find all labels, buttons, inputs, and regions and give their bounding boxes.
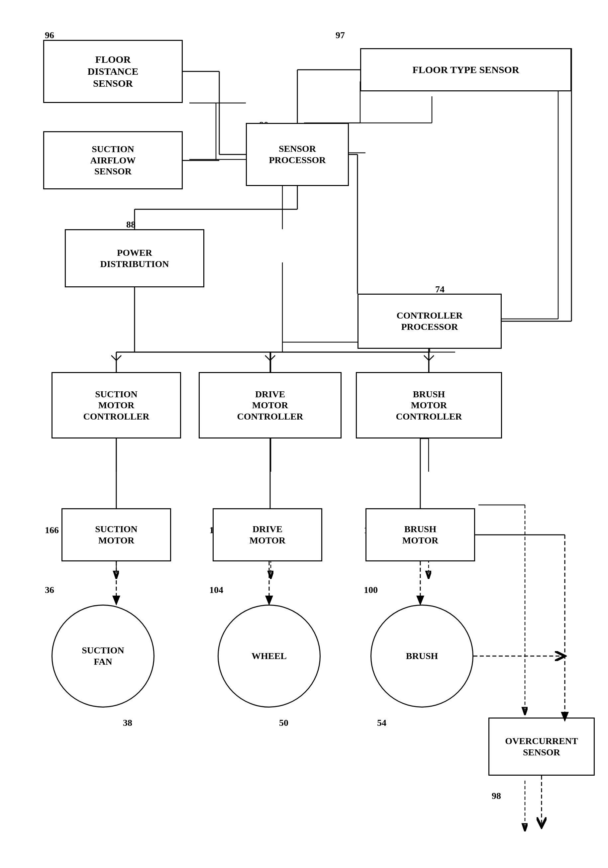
- ref-54: 54: [377, 718, 386, 728]
- suction-motor-controller-box: SUCTIONMOTORCONTROLLER: [51, 372, 181, 439]
- brush-circle: BRUSH: [371, 604, 473, 708]
- ref-96: 96: [45, 30, 54, 40]
- ref-88: 88: [126, 219, 136, 230]
- brush-motor-controller-box: BRUSHMOTORCONTROLLER: [356, 372, 502, 439]
- ref-50: 50: [279, 718, 288, 728]
- floor-type-sensor-box: FLOOR TYPE SENSOR: [360, 48, 571, 91]
- ref-36: 36: [45, 584, 54, 595]
- ref-74: 74: [435, 284, 445, 294]
- drive-motor-box: DRIVEMOTOR: [212, 508, 322, 561]
- brush-motor-box: BRUSHMOTOR: [366, 508, 475, 561]
- controller-processor-box: CONTROLLERPROCESSOR: [357, 294, 502, 349]
- ref-166: 166: [45, 525, 59, 535]
- ref-98: 98: [492, 790, 501, 801]
- sensor-processor-box: SENSORPROCESSOR: [246, 123, 349, 186]
- diagram-container: 96 97 94 90 88 74 166 36 148 104 134 100…: [0, 0, 608, 868]
- wheel-circle: WHEEL: [218, 604, 321, 708]
- ref-104: 104: [209, 584, 223, 595]
- power-distribution-box: POWERDISTRIBUTION: [65, 229, 204, 287]
- overcurrent-sensor-box: OVERCURRENTSENSOR: [489, 718, 595, 776]
- suction-motor-box: SUCTIONMOTOR: [62, 508, 171, 561]
- floor-distance-sensor-box: FLOORDISTANCESENSOR: [43, 40, 183, 103]
- ref-100: 100: [364, 584, 378, 595]
- ref-38: 38: [123, 718, 132, 728]
- drive-motor-controller-box: DRIVEMOTORCONTROLLER: [199, 372, 341, 439]
- suction-fan-circle: SUCTIONFAN: [51, 604, 155, 708]
- ref-97: 97: [335, 30, 345, 40]
- suction-airflow-sensor-box: SUCTIONAIRFLOWSENSOR: [43, 131, 183, 189]
